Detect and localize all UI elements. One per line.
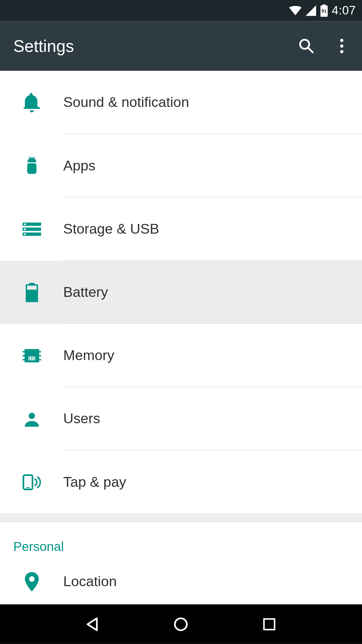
more-vert-icon (340, 38, 344, 53)
svg-rect-30 (26, 487, 29, 488)
cellular-signal-icon (305, 5, 317, 16)
home-icon (173, 616, 189, 632)
storage-icon (0, 222, 63, 236)
settings-item-location[interactable]: Location (0, 558, 362, 604)
battery-icon (0, 282, 63, 302)
battery-icon: 91 (320, 4, 328, 17)
settings-item-label: Memory (63, 347, 114, 364)
section-header-personal: Personal (0, 522, 362, 558)
settings-item-storage[interactable]: Storage & USB (0, 197, 362, 261)
android-icon (0, 156, 63, 175)
tap-pay-icon (0, 473, 63, 491)
page-title: Settings (13, 36, 298, 56)
svg-rect-14 (24, 233, 25, 235)
settings-item-apps[interactable]: Apps (0, 134, 362, 197)
svg-rect-32 (264, 619, 275, 630)
svg-point-6 (340, 44, 343, 47)
svg-rect-16 (27, 290, 36, 301)
nav-back-button[interactable] (80, 611, 106, 637)
svg-rect-13 (24, 228, 25, 230)
section-break (0, 514, 362, 522)
back-icon (85, 616, 101, 632)
svg-text:91: 91 (322, 8, 327, 14)
app-bar: Settings (0, 21, 362, 71)
settings-item-tap-pay[interactable]: Tap & pay (0, 450, 362, 514)
settings-item-label: Apps (63, 158, 96, 174)
status-icons: 91 4:07 (289, 4, 356, 18)
section-title: Personal (13, 539, 64, 553)
nav-recent-button[interactable] (256, 611, 282, 637)
overflow-menu-button[interactable] (333, 37, 350, 55)
settings-item-label: Storage & USB (63, 221, 159, 237)
settings-item-label: Battery (63, 284, 108, 300)
settings-item-label: Sound & notification (63, 94, 189, 111)
settings-item-label: Users (63, 411, 100, 427)
person-icon (0, 410, 63, 427)
search-button[interactable] (298, 37, 315, 55)
clock-time: 4:07 (332, 4, 356, 18)
svg-line-4 (308, 48, 313, 52)
search-icon (298, 38, 315, 54)
memory-icon (0, 347, 63, 364)
settings-item-sound[interactable]: Sound & notification (0, 71, 362, 134)
settings-list: Sound & notification Apps (0, 71, 362, 604)
svg-point-31 (175, 618, 187, 630)
settings-item-memory[interactable]: Memory (0, 324, 362, 387)
wifi-icon (289, 6, 302, 15)
svg-point-7 (340, 50, 343, 53)
svg-rect-1 (323, 4, 326, 6)
location-icon (0, 572, 63, 591)
status-bar: 91 4:07 (0, 0, 362, 21)
settings-item-battery[interactable]: Battery (0, 261, 362, 324)
nav-home-button[interactable] (168, 611, 194, 637)
recent-apps-icon (262, 617, 277, 631)
bell-icon (0, 93, 63, 112)
settings-item-users[interactable]: Users (0, 387, 362, 450)
svg-rect-8 (27, 163, 36, 174)
settings-item-label: Tap & pay (63, 474, 126, 490)
svg-rect-12 (24, 223, 25, 225)
svg-point-5 (340, 39, 343, 42)
settings-item-label: Location (63, 573, 117, 590)
svg-point-28 (29, 413, 35, 419)
navigation-bar (0, 604, 362, 644)
